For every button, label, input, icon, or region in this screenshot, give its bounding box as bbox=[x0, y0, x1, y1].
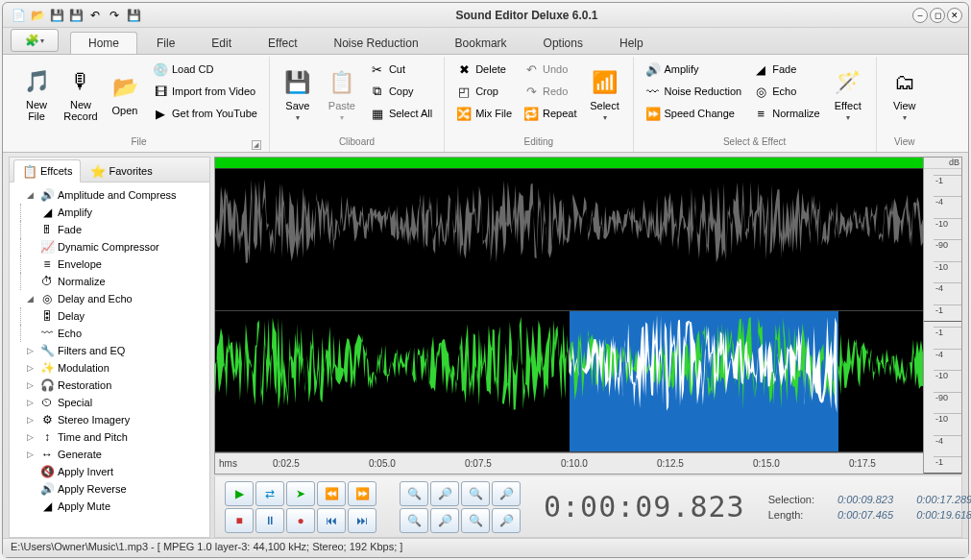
shuffle-button[interactable]: ⇄ bbox=[255, 481, 284, 506]
rewind-button[interactable]: ⏪ bbox=[317, 481, 346, 506]
tab-edit[interactable]: Edit bbox=[194, 33, 249, 54]
qat-open-icon[interactable]: 📂 bbox=[30, 8, 45, 23]
redo-button[interactable]: ↷Redo bbox=[520, 81, 580, 102]
time-tick: 0:12.5 bbox=[657, 458, 684, 469]
effect-button[interactable]: 🪄Effect▾ bbox=[828, 59, 868, 130]
tab-options[interactable]: Options bbox=[526, 33, 600, 54]
tree-node[interactable]: ◢🔊Amplitude and Compress bbox=[10, 186, 209, 204]
qat-save3-icon[interactable]: 💾 bbox=[126, 8, 141, 23]
copy-button[interactable]: ⧉Copy bbox=[366, 81, 436, 102]
zoom-vin-button[interactable]: 🔍 bbox=[400, 508, 428, 533]
zoom-vout-button[interactable]: 🔎 bbox=[430, 508, 459, 533]
speed-button[interactable]: ⏩Speed Change bbox=[642, 103, 746, 124]
qat-save-icon[interactable]: 💾 bbox=[49, 8, 64, 23]
echo-button[interactable]: ◎Echo bbox=[749, 81, 824, 102]
tree-leaf[interactable]: ≡Envelope bbox=[20, 256, 209, 273]
tree-node[interactable]: ▷🎧Restoration bbox=[10, 377, 209, 394]
zoom-fit-button[interactable]: 🔎 bbox=[492, 481, 521, 506]
qat-save2-icon[interactable]: 💾 bbox=[68, 8, 84, 23]
tab-noise[interactable]: Noise Reduction bbox=[317, 33, 436, 54]
play-loop-button[interactable]: ➤ bbox=[286, 481, 315, 506]
import-video-button[interactable]: 🎞Import from Video bbox=[149, 81, 261, 102]
play-button[interactable]: ▶ bbox=[225, 481, 254, 506]
close-button[interactable]: ✕ bbox=[947, 8, 962, 23]
repeat-button[interactable]: 🔁Repeat bbox=[520, 103, 580, 124]
group-label: Cliboard bbox=[278, 136, 436, 152]
delete-button[interactable]: ✖Delete bbox=[452, 59, 516, 80]
tree-leaf[interactable]: 〰Echo bbox=[20, 325, 209, 342]
copy-icon: ⧉ bbox=[370, 84, 385, 99]
save-icon: 💾 bbox=[282, 67, 313, 98]
mix-button[interactable]: 🔀Mix File bbox=[452, 103, 516, 124]
tree-node[interactable]: ▷↕Time and Pitch bbox=[10, 428, 209, 446]
tree-leaf[interactable]: 📈Dynamic Compressor bbox=[20, 238, 209, 256]
crop-icon: ◰ bbox=[456, 84, 472, 99]
zoom-out-button[interactable]: 🔎 bbox=[430, 481, 459, 506]
minimize-button[interactable]: – bbox=[912, 8, 928, 23]
zoom-sel-button[interactable]: 🔍 bbox=[461, 481, 490, 506]
app-menu-button[interactable]: 🧩▾ bbox=[11, 29, 59, 52]
cut-button[interactable]: ✂Cut bbox=[366, 59, 436, 80]
noise-button[interactable]: 〰Noise Reduction bbox=[642, 81, 746, 102]
new-record-button[interactable]: 🎙New Record bbox=[61, 59, 101, 130]
sidebar-tab-favorites[interactable]: ⭐Favorites bbox=[83, 160, 159, 182]
tree-node[interactable]: 🔇Apply Invert bbox=[10, 463, 209, 480]
open-button[interactable]: 📂Open bbox=[105, 59, 145, 130]
tree-node[interactable]: ▷⏲Special bbox=[10, 394, 209, 411]
tree-node[interactable]: ◢◎Delay and Echo bbox=[10, 290, 209, 307]
time-ruler[interactable]: hms 0:02.50:05.00:07.50:10.00:12.50:15.0… bbox=[215, 452, 923, 474]
tree-node[interactable]: ▷🔧Filters and EQ bbox=[10, 342, 209, 359]
qat-undo-icon[interactable]: ↶ bbox=[87, 8, 103, 23]
channel-right[interactable] bbox=[215, 311, 923, 453]
zoom-in-button[interactable]: 🔍 bbox=[400, 481, 428, 506]
new-file-button[interactable]: 🎵New File bbox=[16, 59, 57, 130]
group-label: File bbox=[131, 136, 146, 147]
stop-button[interactable]: ■ bbox=[225, 508, 254, 533]
tree-leaf[interactable]: ⏱Normalize bbox=[20, 273, 209, 290]
save-button[interactable]: 💾Save▾ bbox=[278, 59, 318, 130]
tree-node[interactable]: ◢Apply Mute bbox=[10, 498, 209, 515]
time-display: 0:00:09.823 bbox=[544, 490, 745, 523]
crop-button[interactable]: ◰Crop bbox=[452, 81, 516, 102]
paste-button[interactable]: 📋Paste▾ bbox=[322, 59, 362, 130]
tree-node[interactable]: ▷⚙Stereo Imagery bbox=[10, 411, 209, 428]
sidebar-tab-effects[interactable]: 📋Effcets bbox=[13, 159, 81, 183]
tab-file[interactable]: File bbox=[139, 33, 192, 54]
tree-node[interactable]: 🔊Apply Reverse bbox=[10, 480, 209, 498]
top-ruler[interactable] bbox=[215, 158, 923, 169]
qat-redo-icon[interactable]: ↷ bbox=[107, 8, 122, 23]
maximize-button[interactable]: ◻ bbox=[930, 8, 945, 23]
channel-left[interactable] bbox=[215, 169, 923, 311]
zoom-reset-button[interactable]: 🔍 bbox=[461, 508, 490, 533]
load-cd-button[interactable]: 💿Load CD bbox=[149, 59, 261, 80]
zoom-full-button[interactable]: 🔎 bbox=[492, 508, 521, 533]
fade-button[interactable]: ◢Fade bbox=[749, 59, 824, 80]
view-button[interactable]: 🗂View▾ bbox=[885, 59, 925, 130]
record-button[interactable]: ● bbox=[286, 508, 315, 533]
tree-leaf[interactable]: 🎚Fade bbox=[20, 221, 209, 238]
tab-help[interactable]: Help bbox=[602, 33, 661, 54]
youtube-button[interactable]: ▶Get from YouTube bbox=[149, 103, 261, 124]
tree-leaf[interactable]: ◢Amplify bbox=[20, 204, 209, 221]
length-selection: 0:00:07.465 bbox=[837, 509, 893, 521]
qat-new-icon[interactable]: 📄 bbox=[11, 8, 26, 23]
tree-node[interactable]: ▷✨Modulation bbox=[10, 359, 209, 377]
pause-button[interactable]: ⏸ bbox=[255, 508, 284, 533]
length-total: 0:00:19.618 bbox=[916, 509, 971, 521]
skip-end-button[interactable]: ⏭ bbox=[348, 508, 376, 533]
skip-start-button[interactable]: ⏮ bbox=[317, 508, 346, 533]
tree-leaf[interactable]: 🎛Delay bbox=[20, 307, 209, 325]
amplify-button[interactable]: 🔊Amplify bbox=[642, 59, 746, 80]
group-dialog-launcher[interactable]: ◢ bbox=[252, 140, 261, 150]
normalize-button[interactable]: ≡Normalize bbox=[749, 103, 824, 124]
select-button[interactable]: 📶Select▾ bbox=[585, 59, 625, 130]
tree-node[interactable]: ▷↔Generate bbox=[10, 446, 209, 463]
tab-bookmark[interactable]: Bookmark bbox=[438, 33, 524, 54]
undo-button[interactable]: ↶Undo bbox=[520, 59, 580, 80]
tab-effect[interactable]: Effect bbox=[251, 33, 314, 54]
select-all-button[interactable]: ▦Select All bbox=[366, 103, 436, 124]
tab-home[interactable]: Home bbox=[70, 32, 137, 54]
film-icon: 🎞 bbox=[153, 84, 168, 99]
effects-tree[interactable]: ◢🔊Amplitude and Compress◢Amplify🎚Fade📈Dy… bbox=[10, 183, 209, 537]
forward-button[interactable]: ⏩ bbox=[348, 481, 376, 506]
